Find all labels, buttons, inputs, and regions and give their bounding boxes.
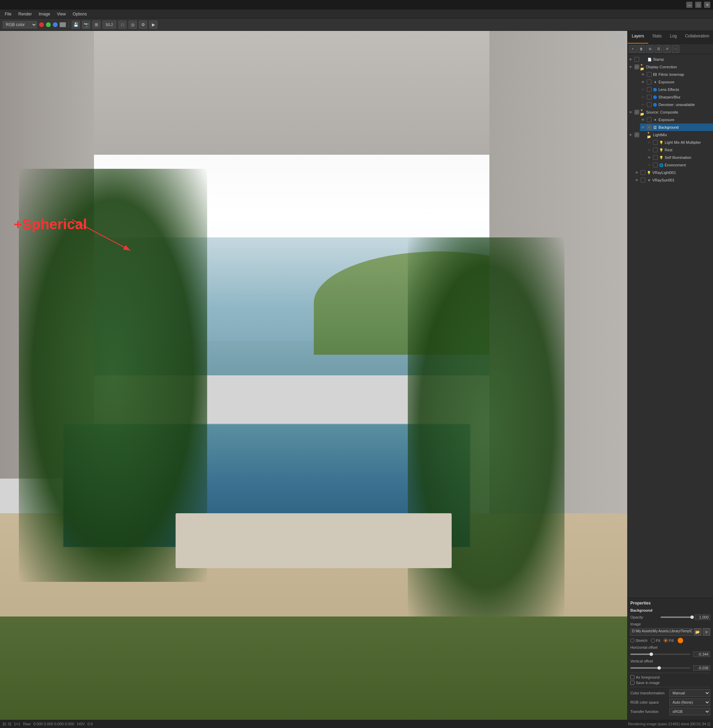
check-exposure-dc[interactable]	[647, 79, 652, 84]
stamp-icon[interactable]: 📷	[82, 21, 90, 29]
display-icon[interactable]: □	[118, 21, 127, 29]
menu-options[interactable]: Options	[69, 11, 90, 17]
check-lens[interactable]	[647, 87, 652, 92]
color-dot-red[interactable]	[39, 22, 44, 27]
checkbox-as-foreground[interactable]	[630, 675, 634, 679]
check-display-correction[interactable]: ✓	[634, 64, 639, 69]
layer-item-denoiser[interactable]: 👁 🔵 Denoiser: unavailable	[640, 101, 713, 108]
layer-item-source-composite[interactable]: 👁 ✓ ▼📁 Source: Composite	[628, 108, 713, 116]
more-button[interactable]: ⋯	[672, 45, 679, 53]
radio-fit[interactable]	[651, 638, 655, 643]
menu-file[interactable]: File	[1, 11, 15, 17]
prop-fit[interactable]: Fit	[651, 638, 660, 643]
tab-log[interactable]: Log	[666, 31, 681, 43]
new-layer-button[interactable]: +	[629, 45, 637, 53]
eye-self-illum[interactable]: 👁	[646, 154, 652, 161]
rgb-colorspace-select[interactable]: Auto (None)	[670, 698, 710, 706]
voffset-slider[interactable]	[630, 667, 691, 669]
eye-denoiser[interactable]: 👁	[640, 102, 646, 108]
layer-item-rest[interactable]: 👁 💡 Rest	[646, 146, 713, 154]
layer-item-background[interactable]: 👁 ✓ 🖼 Background	[640, 124, 713, 131]
save-button[interactable]: 💾	[72, 21, 80, 29]
eye-stamp[interactable]: 👁	[628, 56, 634, 63]
eye-lens[interactable]: 👁	[640, 87, 646, 93]
tab-collaboration[interactable]: Collaboration	[681, 31, 713, 43]
eye-exposure-dc[interactable]: 👁	[640, 79, 646, 85]
hoffset-slider[interactable]	[630, 653, 691, 655]
layer-item-vraysun[interactable]: 👁 ☀ VRaySun001	[634, 176, 713, 184]
radio-fill[interactable]	[664, 638, 668, 643]
check-vraysun[interactable]	[641, 178, 646, 182]
eye-exposure-src[interactable]: 👁	[640, 117, 646, 123]
check-source[interactable]: ✓	[634, 110, 639, 115]
hoffset-thumb[interactable]	[650, 653, 653, 656]
grid-icon[interactable]: ⊞	[92, 21, 100, 29]
layer-item-sharpen[interactable]: 👁 🔵 Sharpen/Blur	[640, 93, 713, 101]
hoffset-value[interactable]	[693, 652, 710, 657]
check-denoiser[interactable]	[647, 102, 652, 107]
layer-item-lens[interactable]: 👁 🔵 Lens Effects	[640, 86, 713, 93]
layer-item-filmic-tonemap[interactable]: 👁 🎞 Filmic tonemap	[640, 71, 713, 78]
zoom-input[interactable]: 50.2	[103, 21, 116, 29]
menu-view[interactable]: View	[54, 11, 69, 17]
check-lightmix[interactable]: ✓	[634, 132, 639, 137]
tab-stats[interactable]: Stats	[648, 31, 666, 43]
camera-icon[interactable]: ◎	[128, 21, 137, 29]
layer-item-environment[interactable]: 👁 🌐 Environment	[646, 161, 713, 169]
eye-lightmix-all[interactable]: 👁	[646, 139, 652, 145]
layer-item-self-illumination[interactable]: 👁 💡 Self Illumination	[646, 154, 713, 161]
settings-icon[interactable]: ⚙	[139, 21, 147, 29]
eye-filmic[interactable]: 👁	[640, 71, 646, 78]
checkbox-save-in-image[interactable]	[630, 681, 634, 685]
eye-lightmix[interactable]: 👁	[628, 132, 634, 138]
check-rest[interactable]	[653, 148, 658, 152]
check-filmic[interactable]	[647, 72, 652, 77]
image-options-button[interactable]: ≡	[703, 628, 710, 636]
eye-sharpen[interactable]: 👁	[640, 94, 646, 100]
image-path[interactable]: D:\My Assets\My Assets.Library\Temp\DC71	[630, 628, 692, 636]
prop-stretch[interactable]: Stretch	[630, 638, 647, 643]
check-self-illum[interactable]	[653, 155, 658, 160]
voffset-thumb[interactable]	[658, 666, 661, 670]
viewport[interactable]: +Spherical	[0, 31, 627, 720]
prop-fill[interactable]: Fill	[664, 638, 674, 643]
eye-background[interactable]: 👁	[640, 124, 646, 130]
minimize-button[interactable]: —	[686, 2, 692, 8]
color-transform-select[interactable]: Manual	[670, 689, 710, 697]
check-lightmix-all[interactable]	[653, 140, 658, 145]
eye-vraylight[interactable]: 👁	[634, 169, 640, 176]
close-button[interactable]: ✕	[704, 2, 710, 8]
undo-button[interactable]: ↺	[663, 45, 671, 53]
list-view-button[interactable]: ☰	[655, 45, 662, 53]
prop-as-foreground[interactable]: As foreground	[630, 675, 710, 679]
radio-stretch[interactable]	[630, 638, 634, 643]
eye-source[interactable]: 👁	[628, 109, 634, 115]
layer-item-stamp[interactable]: 👁 📄 Stamp	[628, 55, 713, 63]
layer-item-exposure-src[interactable]: 👁 ☀ Exposure	[640, 116, 713, 124]
transfer-function-select[interactable]: sRGB	[670, 708, 710, 715]
check-sharpen[interactable]	[647, 95, 652, 100]
check-background[interactable]: ✓	[647, 125, 652, 130]
eye-rest[interactable]: 👁	[646, 147, 652, 153]
color-dot-blue[interactable]	[53, 22, 58, 27]
menu-image[interactable]: Image	[35, 11, 54, 17]
group-layers-button[interactable]: ⧉	[646, 45, 654, 53]
maximize-button[interactable]: □	[695, 2, 701, 8]
eye-display-correction[interactable]: 👁	[628, 64, 634, 70]
check-exposure-src[interactable]	[647, 117, 652, 122]
eye-env[interactable]: 👁	[646, 162, 652, 168]
color-space-select[interactable]: RGB color	[3, 21, 37, 28]
layer-item-lightmix-all[interactable]: 👁 💡 Light Mix All Multiplier	[646, 139, 713, 146]
prop-save-in-image[interactable]: Save in image	[630, 681, 710, 685]
menu-render[interactable]: Render	[15, 11, 35, 17]
opacity-thumb[interactable]	[691, 616, 694, 619]
check-env[interactable]	[653, 163, 658, 167]
tab-layers[interactable]: Layers	[628, 31, 648, 43]
layer-item-exposure-dc[interactable]: 👁 ☀ Exposure	[640, 78, 713, 86]
check-stamp[interactable]	[634, 57, 639, 62]
opacity-slider[interactable]	[661, 616, 692, 618]
color-dot-white[interactable]	[60, 22, 66, 27]
layer-item-display-correction[interactable]: 👁 ✓ ▼📁 Display Correction	[628, 63, 713, 71]
check-vraylight[interactable]	[641, 170, 646, 175]
opacity-value[interactable]	[695, 614, 710, 620]
